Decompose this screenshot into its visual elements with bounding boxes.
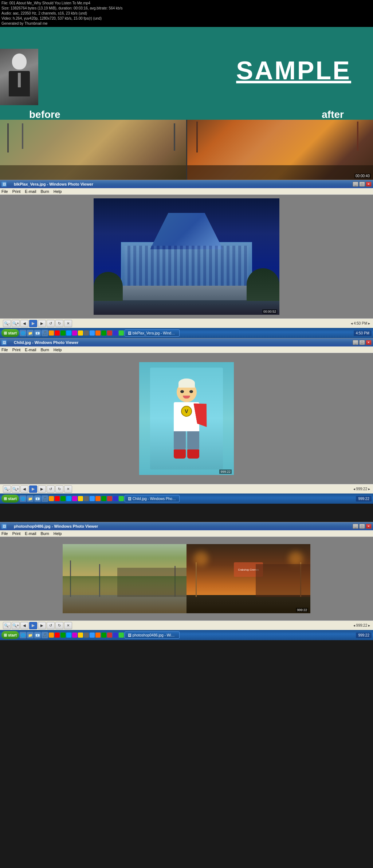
taskbar-extra1[interactable] (49, 330, 54, 336)
taskbar2-i3[interactable] (60, 496, 66, 501)
nav-buttons-building[interactable]: 🔍- 🔍+ ◀ ▶ ▶ ↺ ↻ ✕ (3, 320, 72, 327)
play-btn-3[interactable]: ▶ (29, 622, 37, 629)
zoom-out-btn-2[interactable]: 🔍- (3, 485, 11, 493)
taskbar-extra3[interactable] (60, 330, 66, 336)
rotate-right-btn[interactable]: ↻ (55, 320, 63, 327)
taskbar2-ie-icon[interactable]: 🌐 (20, 495, 26, 502)
play-btn[interactable]: ▶ (29, 320, 37, 327)
nav-buttons-street[interactable]: 🔍- 🔍+ ◀ ▶ ▶ ↺ ↻ ✕ (3, 622, 72, 629)
next-btn-3[interactable]: ▶ (38, 622, 46, 629)
menu3-email[interactable]: E-mail (25, 531, 36, 536)
menu2-email[interactable]: E-mail (25, 348, 36, 352)
taskbar-media-icon[interactable]: 🎵 (42, 330, 48, 336)
prev-btn[interactable]: ◀ (20, 320, 28, 327)
taskbar3-email-icon[interactable]: 📧 (34, 632, 41, 638)
menu-email[interactable]: E-mail (25, 189, 36, 194)
taskbar3-i7[interactable] (84, 633, 89, 638)
taskbar2-email-icon[interactable]: 📧 (34, 495, 41, 502)
zoom-in-btn-2[interactable]: 🔍+ (12, 485, 20, 493)
start-button-1[interactable]: ⊞ start (1, 329, 19, 337)
taskbar-window-btn-2[interactable]: 🖼 Child.jpg - Windows Photo Viewer (125, 495, 180, 502)
minimize-button-3[interactable]: _ (353, 524, 358, 529)
play-btn-2[interactable]: ▶ (29, 485, 37, 493)
taskbar3-i6[interactable] (78, 633, 83, 638)
menu2-help[interactable]: Help (54, 348, 62, 352)
taskbar2-i6[interactable] (78, 496, 83, 501)
start-button-2[interactable]: ⊞ start (1, 495, 19, 503)
rotate-right-btn-2[interactable]: ↻ (55, 485, 63, 493)
maximize-button-2[interactable]: □ (359, 340, 365, 345)
taskbar2-i9[interactable] (95, 496, 101, 501)
taskbar-extra6[interactable] (78, 330, 83, 336)
taskbar2-folder-icon[interactable]: 📁 (27, 495, 34, 502)
zoom-out-btn-3[interactable]: 🔍- (3, 622, 11, 629)
taskbar-extra2[interactable] (55, 330, 60, 336)
menu-help[interactable]: Help (54, 189, 62, 194)
taskbar3-i10[interactable] (101, 633, 106, 638)
menu-print[interactable]: Print (12, 189, 21, 194)
maximize-button-3[interactable]: □ (359, 524, 365, 529)
taskbar-email-icon[interactable]: 📧 (34, 330, 41, 336)
menu2-print[interactable]: Print (12, 348, 21, 352)
taskbar-ie-icon[interactable]: 🌐 (20, 330, 26, 336)
window-controls-2[interactable]: _ □ ✕ (353, 340, 372, 345)
menu-file[interactable]: File (1, 189, 8, 194)
menu3-print[interactable]: Print (12, 531, 21, 536)
taskbar2-media-icon[interactable]: 🎵 (42, 495, 48, 502)
maximize-button[interactable]: □ (359, 182, 365, 187)
rotate-left-btn[interactable]: ↺ (47, 320, 55, 327)
taskbar2-i5[interactable] (72, 496, 77, 501)
menu3-file[interactable]: File (1, 531, 8, 536)
next-btn-2[interactable]: ▶ (38, 485, 46, 493)
taskbar-window-btn-3[interactable]: 🖼 photoshop0486.jpg - Windows Photo View… (125, 631, 180, 639)
taskbar-extra13[interactable] (119, 330, 124, 336)
delete-btn[interactable]: ✕ (64, 320, 72, 327)
taskbar3-i9[interactable] (95, 633, 101, 638)
taskbar3-i11[interactable] (107, 633, 112, 638)
taskbar2-i13[interactable] (119, 496, 124, 501)
menu3-help[interactable]: Help (54, 531, 62, 536)
taskbar3-folder-icon[interactable]: 📁 (27, 632, 34, 638)
minimize-button[interactable]: _ (353, 182, 358, 187)
taskbar2-i8[interactable] (90, 496, 95, 501)
taskbar-extra9[interactable] (95, 330, 101, 336)
taskbar3-i5[interactable] (72, 633, 77, 638)
zoom-out-btn[interactable]: 🔍- (3, 320, 11, 327)
zoom-in-btn[interactable]: 🔍+ (12, 320, 20, 327)
taskbar3-ie-icon[interactable]: 🌐 (20, 632, 26, 638)
taskbar2-i11[interactable] (107, 496, 112, 501)
taskbar-folder-icon[interactable]: 📁 (27, 330, 34, 336)
menu-burn[interactable]: Burn (41, 189, 49, 194)
taskbar2-i4[interactable] (66, 496, 71, 501)
menu2-file[interactable]: File (1, 348, 8, 352)
rotate-left-btn-2[interactable]: ↺ (47, 485, 55, 493)
nav-buttons-cartoon[interactable]: 🔍- 🔍+ ◀ ▶ ▶ ↺ ↻ ✕ (3, 485, 72, 493)
taskbar3-i2[interactable] (55, 633, 60, 638)
window-controls-3[interactable]: _ □ ✕ (353, 524, 372, 529)
taskbar2-i10[interactable] (101, 496, 106, 501)
window-controls[interactable]: _ □ ✕ (353, 182, 372, 187)
taskbar-extra12[interactable] (113, 330, 118, 336)
close-button[interactable]: ✕ (366, 182, 372, 187)
taskbar3-i8[interactable] (90, 633, 95, 638)
taskbar-extra11[interactable] (107, 330, 112, 336)
taskbar3-i13[interactable] (119, 633, 124, 638)
taskbar-window-btn-1[interactable]: 🖼 blkPlax_Vera.jpg - Windows Photo Viewe… (125, 329, 180, 337)
taskbar2-i12[interactable] (113, 496, 118, 501)
next-btn[interactable]: ▶ (38, 320, 46, 327)
prev-btn-3[interactable]: ◀ (20, 622, 28, 629)
taskbar-extra8[interactable] (90, 330, 95, 336)
close-button-3[interactable]: ✕ (366, 524, 372, 529)
close-button-2[interactable]: ✕ (366, 340, 372, 345)
taskbar2-i1[interactable] (49, 496, 54, 501)
taskbar-extra4[interactable] (66, 330, 71, 336)
taskbar2-i7[interactable] (84, 496, 89, 501)
delete-btn-3[interactable]: ✕ (64, 622, 72, 629)
zoom-in-btn-3[interactable]: 🔍+ (12, 622, 20, 629)
prev-btn-2[interactable]: ◀ (20, 485, 28, 493)
rotate-left-btn-3[interactable]: ↺ (47, 622, 55, 629)
delete-btn-2[interactable]: ✕ (64, 485, 72, 493)
taskbar-extra5[interactable] (72, 330, 77, 336)
menu2-burn[interactable]: Burn (41, 348, 49, 352)
rotate-right-btn-3[interactable]: ↻ (55, 622, 63, 629)
